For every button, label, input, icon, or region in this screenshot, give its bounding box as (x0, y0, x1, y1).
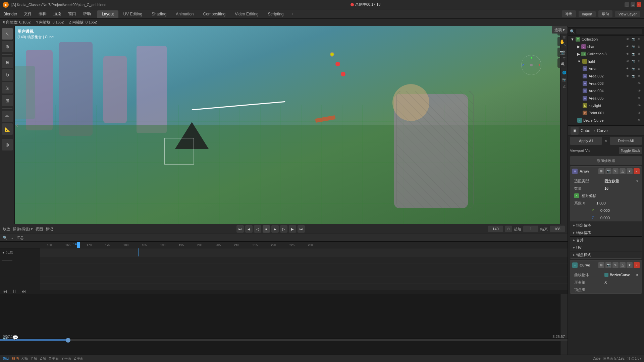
curve-mod-render-icon[interactable]: 📷 (605, 262, 611, 268)
constant-offset-header[interactable]: ▶ 恒定偏移 (570, 222, 642, 229)
start-frame-input[interactable] (523, 226, 538, 232)
status-yplane[interactable]: Y 平面 (61, 356, 71, 361)
outliner-item-beziercurve[interactable]: ~ BezierCurve 👁 (568, 117, 644, 124)
measure-tool-button[interactable]: 📐 (2, 123, 13, 135)
dopesheet-expand-icon[interactable]: ↔ (10, 236, 14, 240)
minimize-button[interactable]: _ (625, 2, 629, 7)
outliner-item-area002[interactable]: A Area.002 👁 📷 ⊗ (568, 72, 644, 80)
area002-eye-btn[interactable]: 👁 (625, 74, 630, 78)
col3-camera-btn[interactable]: 📷 (631, 52, 636, 56)
array-mod-grid-icon[interactable]: ⊞ (598, 168, 604, 174)
viewport-nav-left[interactable]: ‹ (16, 122, 18, 129)
status-cancel[interactable]: 取消 (12, 356, 19, 361)
status-x[interactable]: X 轴 (21, 356, 28, 361)
sound-toggle-button[interactable]: 🔊 (1, 334, 9, 341)
coeff-y-input[interactable]: 0.000 (598, 207, 640, 214)
fit-type-dropdown[interactable]: 固定数量 (602, 178, 640, 184)
gizmo-z-axis[interactable]: Z (522, 63, 524, 67)
tab-uv-editing[interactable]: UV Editing (118, 10, 147, 18)
array-mod-render-icon[interactable]: 📷 (605, 168, 611, 174)
properties-object-name[interactable]: Cube (581, 128, 590, 133)
area-camera-btn[interactable]: 📷 (631, 66, 636, 71)
select-tool-button[interactable]: ↖ (2, 28, 13, 40)
end-frame-input[interactable] (550, 226, 565, 232)
array-mod-vis-icon[interactable]: △ (620, 168, 626, 174)
object-offset-header[interactable]: ▶ 物体偏移 (570, 229, 642, 236)
stop-button[interactable]: ■ (263, 225, 270, 233)
menu-render[interactable]: 渲染 (50, 10, 65, 18)
add-modifier-button[interactable]: 添加修改器 (570, 156, 642, 165)
outliner-item-char[interactable]: ▶ C char 👁 📷 ⊗ (568, 43, 644, 50)
viewport-gizmo[interactable]: Y X Z (521, 55, 545, 78)
status-zplane[interactable]: Z 平面 (74, 356, 84, 361)
current-frame-input[interactable]: 140 (488, 226, 503, 232)
col3-restrict-btn[interactable]: ⊗ (637, 52, 641, 56)
deform-axis-value[interactable]: X (602, 279, 640, 285)
outliner-expand-char[interactable]: ▶ (577, 45, 580, 49)
panel-icon-output[interactable]: 🖨 (561, 83, 567, 89)
jump-forward-icon[interactable]: ⏭ (20, 288, 28, 295)
import-button[interactable]: Import (579, 11, 596, 17)
cursor-tool-button[interactable]: ⊕ (2, 41, 13, 52)
subtitle-toggle-button[interactable]: 💬 (11, 334, 19, 341)
scale-tool-button[interactable]: ⇲ (2, 82, 13, 94)
next-frame-button[interactable]: ▷ (280, 225, 287, 233)
menu-help[interactable]: 帮助 (79, 10, 94, 18)
close-button[interactable]: × (637, 2, 641, 7)
tab-layout[interactable]: Layout (97, 10, 118, 18)
array-mod-close-button[interactable]: × (634, 168, 640, 174)
curve-mod-grid-icon[interactable]: ⊞ (598, 262, 604, 268)
char-restrict-btn[interactable]: ⊗ (637, 44, 641, 49)
outliner-item-collection3[interactable]: ▶ C Collection 3 👁 📷 ⊗ (568, 50, 644, 58)
transform-tool-button[interactable]: ⊞ (2, 95, 13, 106)
tab-video-editing[interactable]: Video Editing (230, 10, 263, 18)
menu-blender[interactable]: Blender (0, 10, 20, 18)
curve-mod-edit-icon[interactable]: ✎ (612, 262, 619, 268)
array-mod-expand-icon[interactable]: ▼ (627, 168, 633, 174)
tab-shading[interactable]: Shading (147, 10, 171, 18)
status-xplane[interactable]: X 平面 (49, 356, 59, 361)
apply-all-close-icon[interactable]: × (603, 137, 608, 145)
area002-restrict-btn[interactable]: ⊗ (637, 74, 641, 78)
play-button[interactable]: ▶ (271, 225, 279, 233)
export-button[interactable]: 导出 (562, 10, 576, 17)
toggle-stack-button[interactable]: Toggle Stack (619, 147, 642, 154)
annotate-tool-button[interactable]: ✏ (2, 111, 13, 122)
outliner-item-area003[interactable]: A Area.003 👁 (568, 80, 644, 87)
menu-file[interactable]: 文件 (20, 10, 35, 18)
coeff-z-input[interactable]: 0.000 (598, 215, 640, 221)
area-eye-btn[interactable]: 👁 (625, 66, 630, 71)
title-controls[interactable]: _ □ × (625, 2, 641, 7)
menu-edit[interactable]: 编辑 (35, 10, 50, 18)
light-restrict-btn[interactable]: ⊗ (637, 59, 641, 64)
prev-frame-button[interactable]: ◁ (254, 225, 261, 233)
view-layer-button[interactable]: View Layer (615, 11, 640, 17)
play-icon[interactable]: ⏸ (11, 288, 18, 295)
curve-mod-close-button[interactable]: × (634, 262, 640, 268)
tab-scripting[interactable]: Scripting (263, 10, 288, 18)
viewport-3d[interactable]: 用户透视 (140) 场景集合 | Cube Y X Z ‹ (15, 26, 568, 224)
select-options-button[interactable]: 选项 ▾ (552, 26, 568, 34)
light-camera-btn[interactable]: 📷 (631, 59, 636, 64)
area-restrict-btn[interactable]: ⊗ (637, 66, 641, 71)
status-z[interactable]: Z 轴 (40, 356, 46, 361)
scrub-bar[interactable] (0, 339, 568, 341)
relative-offset-checkbox[interactable]: ✓ (574, 193, 579, 198)
outliner-item-collection[interactable]: ▼ C Collection 👁 📷 ⊗ (568, 36, 644, 43)
jump-end-button[interactable]: ⏭ (298, 225, 305, 233)
count-input[interactable]: 16 (602, 185, 640, 191)
tab-animation[interactable]: Animation (171, 10, 198, 18)
interpolation-selector[interactable]: 插像(插值) ▾ (13, 227, 33, 232)
char-camera-btn[interactable]: 📷 (631, 44, 636, 49)
curve-object-input[interactable]: ~ BezierCurve × (602, 272, 640, 278)
outliner-item-keylight[interactable]: L keylight 👁 (568, 102, 644, 109)
col3-eye-btn[interactable]: 👁 (625, 52, 630, 56)
scrub-thumb[interactable] (66, 338, 70, 343)
step-back-button[interactable]: ◀ (245, 225, 253, 233)
viewport-hand-icon[interactable]: ✋ (557, 37, 567, 46)
marker-menu[interactable]: 标记 (46, 227, 53, 232)
panel-icon-world[interactable]: 🌐 (561, 69, 567, 75)
outliner-expand-light[interactable]: ▼ (577, 59, 581, 63)
tab-compositing[interactable]: Compositing (199, 10, 230, 18)
playback-mode-selector[interactable]: 放放 (3, 227, 10, 232)
